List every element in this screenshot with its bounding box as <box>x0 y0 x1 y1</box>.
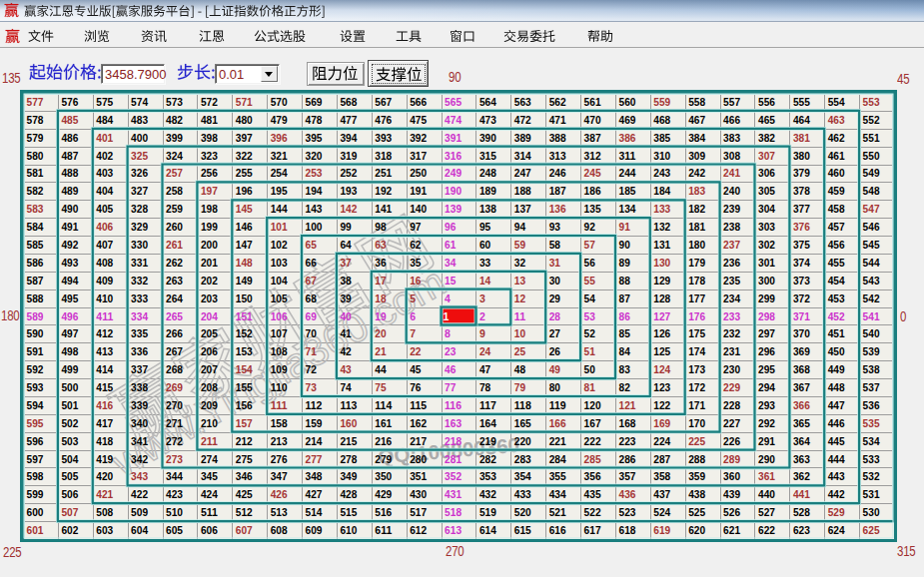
svg-text:257: 257 <box>166 167 183 179</box>
svg-text:318: 318 <box>375 150 392 162</box>
svg-text:189: 189 <box>479 185 496 197</box>
svg-text:295: 295 <box>758 363 775 375</box>
svg-text:236: 236 <box>723 257 740 269</box>
svg-text:152: 152 <box>236 327 253 339</box>
svg-text:146: 146 <box>236 221 253 233</box>
svg-text:382: 382 <box>758 132 775 144</box>
svg-text:473: 473 <box>479 114 496 126</box>
svg-text:534: 534 <box>863 435 880 447</box>
svg-text:348: 348 <box>306 470 323 482</box>
svg-text:446: 446 <box>828 417 845 429</box>
svg-text:332: 332 <box>131 275 148 287</box>
svg-text:351: 351 <box>410 470 427 482</box>
svg-text:612: 612 <box>410 524 427 536</box>
svg-text:455: 455 <box>828 257 845 269</box>
svg-text:407: 407 <box>96 239 113 251</box>
svg-text:78: 78 <box>479 381 490 393</box>
svg-text:166: 166 <box>549 417 566 429</box>
svg-text:259: 259 <box>166 203 183 215</box>
svg-text:433: 433 <box>514 488 531 500</box>
svg-text:186: 186 <box>584 185 601 197</box>
svg-text:523: 523 <box>619 506 636 518</box>
svg-text:321: 321 <box>271 150 288 162</box>
svg-text:575: 575 <box>96 96 113 108</box>
svg-text:557: 557 <box>723 96 740 108</box>
svg-text:558: 558 <box>688 96 705 108</box>
svg-text:172: 172 <box>688 381 705 393</box>
svg-text:201: 201 <box>201 257 218 269</box>
svg-text:435: 435 <box>584 488 601 500</box>
svg-text:87: 87 <box>619 292 630 304</box>
svg-text:500: 500 <box>61 381 78 393</box>
svg-text:375: 375 <box>793 239 810 251</box>
svg-text:109: 109 <box>271 363 288 375</box>
svg-text:226: 226 <box>723 435 740 447</box>
svg-text:108: 108 <box>271 345 288 357</box>
svg-text:364: 364 <box>793 435 810 447</box>
svg-text:138: 138 <box>479 203 496 215</box>
svg-text:18: 18 <box>375 292 386 304</box>
svg-text:244: 244 <box>619 167 636 179</box>
svg-text:16: 16 <box>410 275 421 287</box>
svg-text:437: 437 <box>653 488 670 500</box>
svg-text:9: 9 <box>479 327 485 339</box>
svg-text:287: 287 <box>653 453 670 465</box>
svg-text:248: 248 <box>479 167 496 179</box>
svg-text:281: 281 <box>445 453 462 465</box>
svg-text:439: 439 <box>723 488 740 500</box>
svg-text:178: 178 <box>688 275 705 287</box>
svg-text:260: 260 <box>166 221 183 233</box>
svg-text:353: 353 <box>479 470 496 482</box>
svg-text:514: 514 <box>306 506 323 518</box>
svg-text:103: 103 <box>271 257 288 269</box>
svg-text:45: 45 <box>410 363 421 375</box>
svg-text:334: 334 <box>131 310 148 322</box>
svg-text:151: 151 <box>236 310 253 322</box>
svg-text:254: 254 <box>271 167 288 179</box>
svg-text:451: 451 <box>828 327 845 339</box>
svg-text:615: 615 <box>514 524 531 536</box>
svg-text:342: 342 <box>131 453 148 465</box>
svg-text:603: 603 <box>96 524 113 536</box>
svg-text:150: 150 <box>236 292 253 304</box>
svg-text:95: 95 <box>479 221 490 233</box>
svg-text:13: 13 <box>514 275 525 287</box>
svg-text:546: 546 <box>863 221 880 233</box>
svg-text:337: 337 <box>131 363 148 375</box>
svg-text:486: 486 <box>61 132 78 144</box>
svg-text:224: 224 <box>653 435 670 447</box>
svg-text:135: 135 <box>584 203 601 215</box>
svg-text:8: 8 <box>445 327 451 339</box>
svg-text:417: 417 <box>96 417 113 429</box>
svg-text:208: 208 <box>201 381 218 393</box>
svg-text:88: 88 <box>619 275 630 287</box>
svg-text:49: 49 <box>549 363 560 375</box>
svg-text:598: 598 <box>27 470 44 482</box>
svg-text:466: 466 <box>723 114 740 126</box>
svg-text:205: 205 <box>201 327 218 339</box>
svg-text:535: 535 <box>863 417 880 429</box>
svg-text:381: 381 <box>793 132 810 144</box>
svg-text:297: 297 <box>758 327 775 339</box>
svg-text:483: 483 <box>131 114 148 126</box>
svg-text:193: 193 <box>340 185 357 197</box>
svg-text:266: 266 <box>166 327 183 339</box>
svg-text:515: 515 <box>340 506 357 518</box>
svg-text:378: 378 <box>793 185 810 197</box>
svg-text:587: 587 <box>27 275 44 287</box>
svg-text:410: 410 <box>96 292 113 304</box>
svg-text:230: 230 <box>723 363 740 375</box>
svg-text:213: 213 <box>271 435 288 447</box>
svg-text:40: 40 <box>340 310 351 322</box>
svg-text:552: 552 <box>863 114 880 126</box>
svg-text:43: 43 <box>340 363 351 375</box>
svg-text:102: 102 <box>271 239 288 251</box>
svg-text:608: 608 <box>271 524 288 536</box>
svg-text:577: 577 <box>27 96 44 108</box>
svg-text:169: 169 <box>653 417 670 429</box>
svg-text:290: 290 <box>758 453 775 465</box>
svg-text:482: 482 <box>166 114 183 126</box>
svg-text:215: 215 <box>340 435 357 447</box>
svg-text:623: 623 <box>793 524 810 536</box>
svg-text:53: 53 <box>584 310 595 322</box>
